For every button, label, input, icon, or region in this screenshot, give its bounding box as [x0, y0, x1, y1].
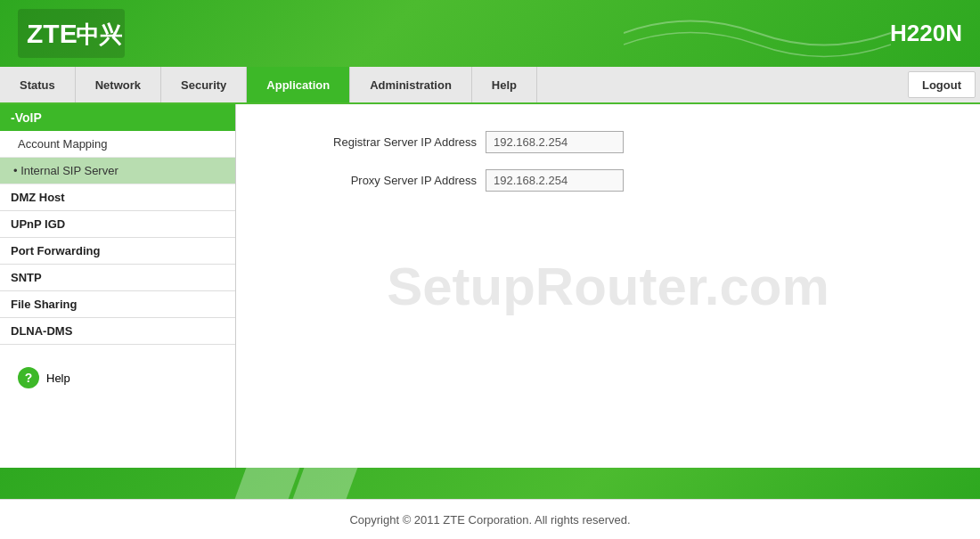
nav-network[interactable]: Network: [76, 67, 161, 102]
registrar-row: Registrar Server IP Address: [272, 131, 944, 153]
sidebar-item-sntp[interactable]: SNTP: [0, 265, 235, 291]
sidebar-help[interactable]: ? Help: [0, 354, 235, 402]
footer-text: Copyright © 2011 ZTE Corporation. All ri…: [349, 513, 630, 527]
help-icon: ?: [18, 367, 39, 388]
logo: ZTE 中兴: [18, 9, 125, 58]
registrar-input[interactable]: [486, 131, 624, 153]
sidebar-item-dlna-dms[interactable]: DLNA-DMS: [0, 318, 235, 345]
main-layout: -VoIP Account Mapping • Internal SIP Ser…: [0, 104, 980, 468]
navbar: Status Network Security Application Admi…: [0, 67, 980, 104]
sidebar-item-dmz-host[interactable]: DMZ Host: [0, 184, 235, 211]
footer: Copyright © 2011 ZTE Corporation. All ri…: [0, 499, 980, 539]
sidebar-item-account-mapping[interactable]: Account Mapping: [0, 131, 235, 158]
help-label: Help: [46, 372, 70, 385]
registrar-label: Registrar Server IP Address: [272, 135, 477, 149]
svg-text:中兴: 中兴: [76, 21, 123, 48]
model-name: H220N: [890, 20, 962, 47]
sidebar-item-internal-sip[interactable]: • Internal SIP Server: [0, 158, 235, 184]
logout-button[interactable]: Logout: [908, 71, 976, 98]
content-area: SetupRouter.com Registrar Server IP Addr…: [236, 104, 980, 468]
header-wave-decoration: [624, 0, 891, 67]
sidebar-item-port-forwarding[interactable]: Port Forwarding: [0, 238, 235, 265]
nav-administration[interactable]: Administration: [350, 67, 472, 102]
stripe-decoration-2: [293, 468, 358, 499]
header: ZTE 中兴 H220N: [0, 0, 980, 67]
form-content: Registrar Server IP Address Proxy Server…: [272, 131, 944, 192]
sidebar-section-voip[interactable]: -VoIP: [0, 104, 235, 131]
nav-security[interactable]: Security: [161, 67, 247, 102]
sidebar-item-upnp-igd[interactable]: UPnP IGD: [0, 211, 235, 238]
nav-application[interactable]: Application: [247, 67, 350, 102]
nav-status[interactable]: Status: [0, 67, 76, 102]
proxy-label: Proxy Server IP Address: [272, 174, 477, 187]
nav-help[interactable]: Help: [472, 67, 537, 102]
green-stripe: [0, 468, 980, 499]
proxy-row: Proxy Server IP Address: [272, 169, 944, 192]
watermark-text: SetupRouter.com: [387, 256, 829, 317]
sidebar: -VoIP Account Mapping • Internal SIP Ser…: [0, 104, 236, 468]
svg-text:ZTE: ZTE: [27, 19, 78, 48]
zte-logo-svg: ZTE 中兴: [18, 9, 125, 58]
proxy-input[interactable]: [486, 169, 624, 192]
sidebar-item-file-sharing[interactable]: File Sharing: [0, 291, 235, 318]
stripe-decoration: [235, 468, 300, 499]
